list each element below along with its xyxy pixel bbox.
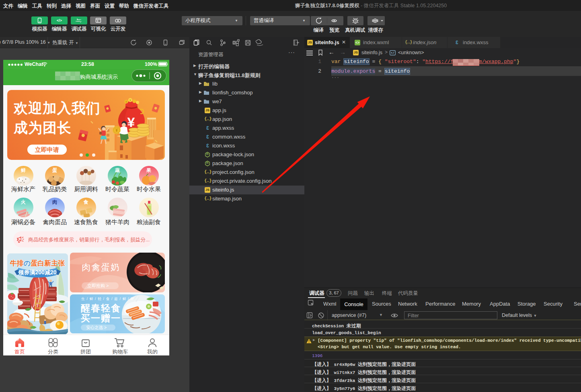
svg-text:¥: ¥	[129, 99, 131, 102]
svg-text:¥: ¥	[115, 128, 118, 133]
svg-text:生 / 鲜 / 轻 / 食 / 趁 / 鲜 / 吃: 生 / 鲜 / 轻 / 食 / 趁 / 鲜 / 吃	[81, 297, 135, 301]
svg-text:¥: ¥	[127, 114, 135, 130]
svg-text:立即抢购 >: 立即抢购 >	[87, 283, 109, 288]
svg-text:领券满200减20: 领券满200减20	[18, 269, 57, 276]
svg-text:安心之选 >: 安心之选 >	[86, 325, 107, 330]
svg-text:¥: ¥	[125, 100, 127, 103]
svg-text:买一赠一: 买一赠一	[81, 313, 121, 323]
svg-text:牛排の蛋白新主张: 牛排の蛋白新主张	[10, 259, 65, 267]
svg-text:醒春轻食: 醒春轻食	[81, 303, 121, 313]
svg-text:肉禽蛋奶: 肉禽蛋奶	[82, 262, 120, 272]
